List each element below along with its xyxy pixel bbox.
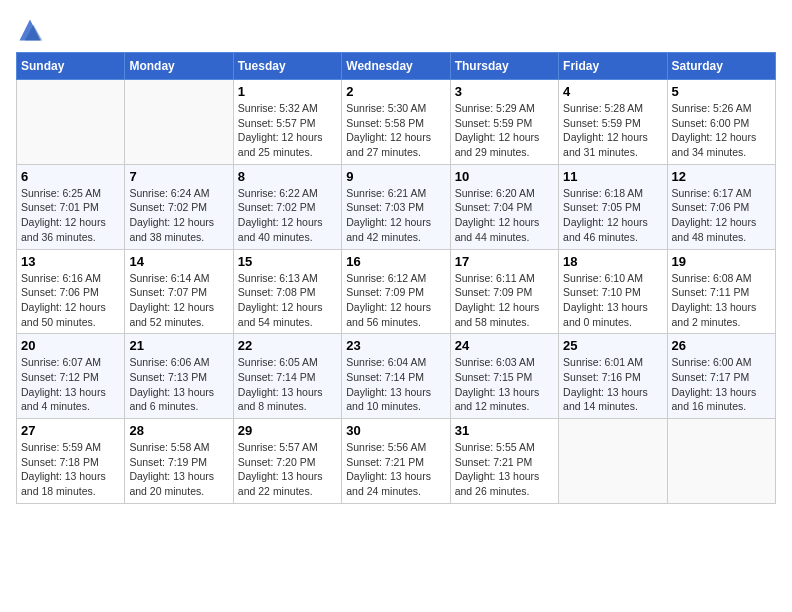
day-info: Sunrise: 6:11 AMSunset: 7:09 PMDaylight:… (455, 271, 554, 330)
calendar-cell: 18Sunrise: 6:10 AMSunset: 7:10 PMDayligh… (559, 249, 667, 334)
day-info: Sunrise: 6:04 AMSunset: 7:14 PMDaylight:… (346, 355, 445, 414)
day-number: 23 (346, 338, 445, 353)
day-number: 12 (672, 169, 771, 184)
day-info: Sunrise: 6:22 AMSunset: 7:02 PMDaylight:… (238, 186, 337, 245)
calendar-header-row: SundayMondayTuesdayWednesdayThursdayFrid… (17, 53, 776, 80)
calendar-cell: 10Sunrise: 6:20 AMSunset: 7:04 PMDayligh… (450, 164, 558, 249)
day-number: 4 (563, 84, 662, 99)
calendar-cell: 7Sunrise: 6:24 AMSunset: 7:02 PMDaylight… (125, 164, 233, 249)
calendar-cell: 23Sunrise: 6:04 AMSunset: 7:14 PMDayligh… (342, 334, 450, 419)
weekday-header: Friday (559, 53, 667, 80)
calendar-week-row: 27Sunrise: 5:59 AMSunset: 7:18 PMDayligh… (17, 419, 776, 504)
day-info: Sunrise: 6:17 AMSunset: 7:06 PMDaylight:… (672, 186, 771, 245)
calendar-cell: 26Sunrise: 6:00 AMSunset: 7:17 PMDayligh… (667, 334, 775, 419)
calendar-cell: 31Sunrise: 5:55 AMSunset: 7:21 PMDayligh… (450, 419, 558, 504)
day-number: 17 (455, 254, 554, 269)
calendar-cell: 17Sunrise: 6:11 AMSunset: 7:09 PMDayligh… (450, 249, 558, 334)
day-number: 11 (563, 169, 662, 184)
calendar-cell: 22Sunrise: 6:05 AMSunset: 7:14 PMDayligh… (233, 334, 341, 419)
day-info: Sunrise: 6:24 AMSunset: 7:02 PMDaylight:… (129, 186, 228, 245)
calendar-week-row: 1Sunrise: 5:32 AMSunset: 5:57 PMDaylight… (17, 80, 776, 165)
day-number: 9 (346, 169, 445, 184)
day-info: Sunrise: 6:18 AMSunset: 7:05 PMDaylight:… (563, 186, 662, 245)
day-info: Sunrise: 6:01 AMSunset: 7:16 PMDaylight:… (563, 355, 662, 414)
day-info: Sunrise: 5:26 AMSunset: 6:00 PMDaylight:… (672, 101, 771, 160)
day-number: 14 (129, 254, 228, 269)
day-number: 16 (346, 254, 445, 269)
day-info: Sunrise: 6:16 AMSunset: 7:06 PMDaylight:… (21, 271, 120, 330)
calendar-cell (667, 419, 775, 504)
day-number: 31 (455, 423, 554, 438)
page-header (16, 16, 776, 44)
weekday-header: Sunday (17, 53, 125, 80)
day-number: 30 (346, 423, 445, 438)
calendar-cell: 27Sunrise: 5:59 AMSunset: 7:18 PMDayligh… (17, 419, 125, 504)
day-number: 8 (238, 169, 337, 184)
day-number: 24 (455, 338, 554, 353)
calendar-cell (125, 80, 233, 165)
day-number: 3 (455, 84, 554, 99)
day-number: 21 (129, 338, 228, 353)
weekday-header: Thursday (450, 53, 558, 80)
calendar-week-row: 13Sunrise: 6:16 AMSunset: 7:06 PMDayligh… (17, 249, 776, 334)
calendar-cell: 19Sunrise: 6:08 AMSunset: 7:11 PMDayligh… (667, 249, 775, 334)
day-info: Sunrise: 6:07 AMSunset: 7:12 PMDaylight:… (21, 355, 120, 414)
calendar-cell: 6Sunrise: 6:25 AMSunset: 7:01 PMDaylight… (17, 164, 125, 249)
calendar-cell: 1Sunrise: 5:32 AMSunset: 5:57 PMDaylight… (233, 80, 341, 165)
day-number: 5 (672, 84, 771, 99)
day-info: Sunrise: 6:12 AMSunset: 7:09 PMDaylight:… (346, 271, 445, 330)
calendar-cell: 25Sunrise: 6:01 AMSunset: 7:16 PMDayligh… (559, 334, 667, 419)
calendar-cell: 5Sunrise: 5:26 AMSunset: 6:00 PMDaylight… (667, 80, 775, 165)
day-number: 7 (129, 169, 228, 184)
day-info: Sunrise: 6:21 AMSunset: 7:03 PMDaylight:… (346, 186, 445, 245)
day-info: Sunrise: 5:58 AMSunset: 7:19 PMDaylight:… (129, 440, 228, 499)
day-info: Sunrise: 6:00 AMSunset: 7:17 PMDaylight:… (672, 355, 771, 414)
calendar-week-row: 20Sunrise: 6:07 AMSunset: 7:12 PMDayligh… (17, 334, 776, 419)
day-number: 28 (129, 423, 228, 438)
day-info: Sunrise: 5:55 AMSunset: 7:21 PMDaylight:… (455, 440, 554, 499)
day-number: 10 (455, 169, 554, 184)
day-number: 26 (672, 338, 771, 353)
day-info: Sunrise: 5:29 AMSunset: 5:59 PMDaylight:… (455, 101, 554, 160)
calendar-cell: 12Sunrise: 6:17 AMSunset: 7:06 PMDayligh… (667, 164, 775, 249)
day-number: 1 (238, 84, 337, 99)
calendar-cell (17, 80, 125, 165)
calendar-cell: 21Sunrise: 6:06 AMSunset: 7:13 PMDayligh… (125, 334, 233, 419)
day-info: Sunrise: 5:59 AMSunset: 7:18 PMDaylight:… (21, 440, 120, 499)
day-info: Sunrise: 6:03 AMSunset: 7:15 PMDaylight:… (455, 355, 554, 414)
calendar-cell: 14Sunrise: 6:14 AMSunset: 7:07 PMDayligh… (125, 249, 233, 334)
day-info: Sunrise: 6:14 AMSunset: 7:07 PMDaylight:… (129, 271, 228, 330)
day-info: Sunrise: 6:08 AMSunset: 7:11 PMDaylight:… (672, 271, 771, 330)
calendar-cell: 9Sunrise: 6:21 AMSunset: 7:03 PMDaylight… (342, 164, 450, 249)
day-info: Sunrise: 6:10 AMSunset: 7:10 PMDaylight:… (563, 271, 662, 330)
logo-icon (16, 16, 44, 44)
calendar-cell: 20Sunrise: 6:07 AMSunset: 7:12 PMDayligh… (17, 334, 125, 419)
calendar-table: SundayMondayTuesdayWednesdayThursdayFrid… (16, 52, 776, 504)
day-info: Sunrise: 6:05 AMSunset: 7:14 PMDaylight:… (238, 355, 337, 414)
calendar-cell: 3Sunrise: 5:29 AMSunset: 5:59 PMDaylight… (450, 80, 558, 165)
day-info: Sunrise: 5:32 AMSunset: 5:57 PMDaylight:… (238, 101, 337, 160)
day-info: Sunrise: 6:06 AMSunset: 7:13 PMDaylight:… (129, 355, 228, 414)
logo (16, 16, 48, 44)
day-info: Sunrise: 5:28 AMSunset: 5:59 PMDaylight:… (563, 101, 662, 160)
weekday-header: Wednesday (342, 53, 450, 80)
calendar-cell: 15Sunrise: 6:13 AMSunset: 7:08 PMDayligh… (233, 249, 341, 334)
day-info: Sunrise: 6:20 AMSunset: 7:04 PMDaylight:… (455, 186, 554, 245)
day-number: 25 (563, 338, 662, 353)
day-number: 29 (238, 423, 337, 438)
calendar-cell: 16Sunrise: 6:12 AMSunset: 7:09 PMDayligh… (342, 249, 450, 334)
calendar-week-row: 6Sunrise: 6:25 AMSunset: 7:01 PMDaylight… (17, 164, 776, 249)
day-info: Sunrise: 6:25 AMSunset: 7:01 PMDaylight:… (21, 186, 120, 245)
day-number: 2 (346, 84, 445, 99)
day-info: Sunrise: 5:30 AMSunset: 5:58 PMDaylight:… (346, 101, 445, 160)
calendar-cell: 11Sunrise: 6:18 AMSunset: 7:05 PMDayligh… (559, 164, 667, 249)
day-info: Sunrise: 5:56 AMSunset: 7:21 PMDaylight:… (346, 440, 445, 499)
calendar-cell: 29Sunrise: 5:57 AMSunset: 7:20 PMDayligh… (233, 419, 341, 504)
day-number: 6 (21, 169, 120, 184)
day-number: 22 (238, 338, 337, 353)
weekday-header: Tuesday (233, 53, 341, 80)
calendar-cell: 28Sunrise: 5:58 AMSunset: 7:19 PMDayligh… (125, 419, 233, 504)
calendar-cell (559, 419, 667, 504)
day-info: Sunrise: 5:57 AMSunset: 7:20 PMDaylight:… (238, 440, 337, 499)
day-number: 15 (238, 254, 337, 269)
